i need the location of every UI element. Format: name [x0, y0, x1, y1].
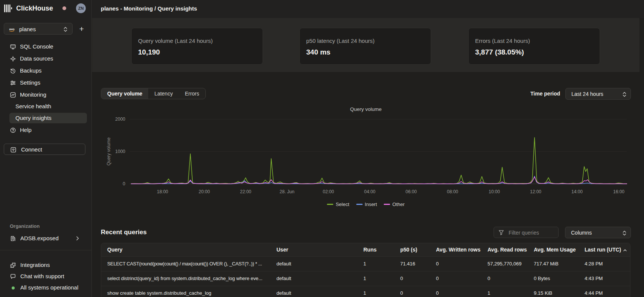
svg-text:12:00: 12:00	[530, 189, 541, 194]
svg-text:28. Jun: 28. Jun	[279, 189, 294, 194]
svg-text:04:00: 04:00	[364, 189, 375, 194]
svg-text:1000: 1000	[115, 149, 125, 154]
svg-text:aws: aws	[9, 27, 15, 31]
svg-text:18:00: 18:00	[157, 189, 168, 194]
svg-text:02:00: 02:00	[323, 189, 334, 194]
svg-text:16:00: 16:00	[613, 189, 624, 194]
svg-text:14:00: 14:00	[571, 189, 583, 194]
svg-text:06:00: 06:00	[406, 189, 417, 194]
svg-text:08:00: 08:00	[447, 189, 458, 194]
svg-text:20:00: 20:00	[199, 189, 210, 194]
svg-text:2000: 2000	[115, 117, 125, 122]
svg-text:0: 0	[123, 181, 125, 186]
svg-text:22:00: 22:00	[240, 189, 251, 194]
svg-text:10:00: 10:00	[489, 189, 500, 194]
